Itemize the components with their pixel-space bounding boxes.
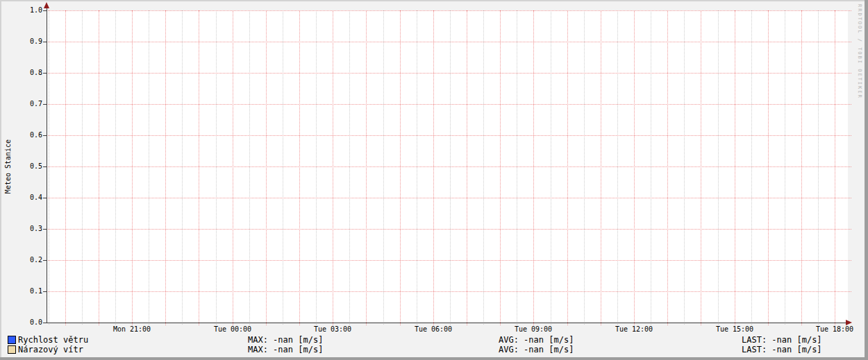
y-tick-label: 0.1 [19,287,42,295]
major-gridline-vertical [500,10,501,325]
major-gridline-vertical [701,10,701,325]
minor-gridline-vertical [551,10,551,325]
x-axis-arrow-icon [846,320,852,325]
major-gridline-vertical [199,10,199,325]
major-gridline-vertical [333,10,333,325]
major-gridline-vertical [366,10,367,325]
minor-gridline-vertical [283,10,283,325]
y-tick-label: 0.0 [19,318,42,327]
major-gridline-horizontal [47,135,851,136]
major-gridline-vertical [165,10,166,325]
x-tick-label: Tue 18:00 [807,325,862,334]
legend-label-narazovy-vitr: Nárazový vítr [18,345,83,354]
major-gridline-horizontal [47,73,851,74]
major-gridline-vertical [99,10,99,325]
border-right [865,0,868,360]
major-gridline-vertical [801,10,802,325]
legend-avg-value: AVG: -nan [m/s] [499,335,574,345]
major-gridline-vertical [299,10,300,325]
minor-gridline-vertical [584,10,585,325]
minor-gridline-vertical [785,10,785,325]
major-gridline-horizontal [47,198,851,198]
major-gridline-vertical [768,10,769,325]
legend-swatch-rychlost-vetru [8,336,16,344]
x-tick-label: Tue 12:00 [606,325,662,334]
legend-label-rychlost-vetru: Rychlost větru [18,335,88,345]
rrdtool-graph: Meteo Stanice RRDTOOL / TOBI OETIKER 1.0… [0,0,868,360]
major-gridline-horizontal [47,260,851,261]
legend-max-value: MAX: -nan [m/s] [248,345,323,354]
major-gridline-vertical [65,10,66,325]
minor-gridline-vertical [316,10,317,325]
major-gridline-vertical [835,10,835,325]
major-gridline-vertical [266,10,267,325]
y-tick-label: 0.8 [19,69,42,77]
major-gridline-vertical [400,10,401,325]
major-gridline-vertical [132,10,133,325]
major-gridline-vertical [433,10,434,325]
major-gridline-horizontal [47,10,851,11]
major-gridline-vertical [601,10,601,325]
minor-gridline-vertical [718,10,719,325]
border-top [0,0,868,1]
minor-gridline-vertical [483,10,484,325]
minor-gridline-vertical [182,10,183,325]
legend-max-value: MAX: -nan [m/s] [248,335,323,345]
minor-gridline-vertical [149,10,149,325]
minor-gridline-vertical [49,10,49,325]
y-tick-label: 0.3 [19,225,42,233]
minor-gridline-vertical [349,10,350,325]
x-tick-label: Tue 06:00 [406,325,461,334]
minor-gridline-vertical [517,10,517,325]
major-gridline-horizontal [47,166,851,167]
minor-gridline-vertical [684,10,685,325]
minor-gridline-vertical [417,10,417,325]
x-tick-label: Mon 21:00 [104,325,160,334]
minor-gridline-vertical [115,10,116,325]
minor-gridline-vertical [82,10,83,325]
legend-last-value: LAST: -nan [m/s] [742,345,822,354]
major-gridline-vertical [567,10,568,325]
major-gridline-horizontal [47,291,851,292]
minor-gridline-vertical [216,10,217,325]
y-tick-label: 0.9 [19,37,42,46]
legend-avg-value: AVG: -nan [m/s] [499,345,574,354]
y-tick-label: 0.2 [19,256,42,264]
minor-gridline-vertical [651,10,651,325]
y-axis-line [47,7,47,323]
legend-swatch-narazovy-vitr [8,345,16,354]
x-tick-label: Tue 00:00 [205,325,260,334]
y-tick-label: 0.6 [19,131,42,139]
major-gridline-vertical [667,10,668,325]
minor-gridline-vertical [383,10,384,325]
minor-gridline-vertical [617,10,618,325]
major-gridline-horizontal [47,104,851,105]
major-gridline-vertical [533,10,534,325]
minor-gridline-vertical [249,10,250,325]
major-gridline-horizontal [47,42,851,42]
major-gridline-vertical [735,10,735,325]
y-tick-label: 0.5 [19,162,42,171]
x-axis-line [47,323,846,323]
y-tick-label: 1.0 [19,6,42,15]
minor-gridline-vertical [450,10,451,325]
x-tick-label: Tue 09:00 [506,325,561,334]
y-axis-arrow-icon [44,2,49,8]
border-bottom [0,357,868,360]
x-tick-label: Tue 15:00 [707,325,762,334]
legend-last-value: LAST: -nan [m/s] [742,335,822,345]
y-tick-label: 0.4 [19,194,42,202]
border-left [0,0,1,360]
major-gridline-vertical [233,10,233,325]
y-axis-title: Meteo Stanice [4,139,12,194]
minor-gridline-vertical [751,10,752,325]
x-tick-label: Tue 03:00 [305,325,360,334]
y-tick-label: 0.7 [19,100,42,108]
major-gridline-horizontal [47,229,851,230]
major-gridline-vertical [467,10,467,325]
major-gridline-vertical [634,10,635,325]
watermark-text: RRDTOOL / TOBI OETIKER [857,4,862,99]
minor-gridline-vertical [818,10,819,325]
